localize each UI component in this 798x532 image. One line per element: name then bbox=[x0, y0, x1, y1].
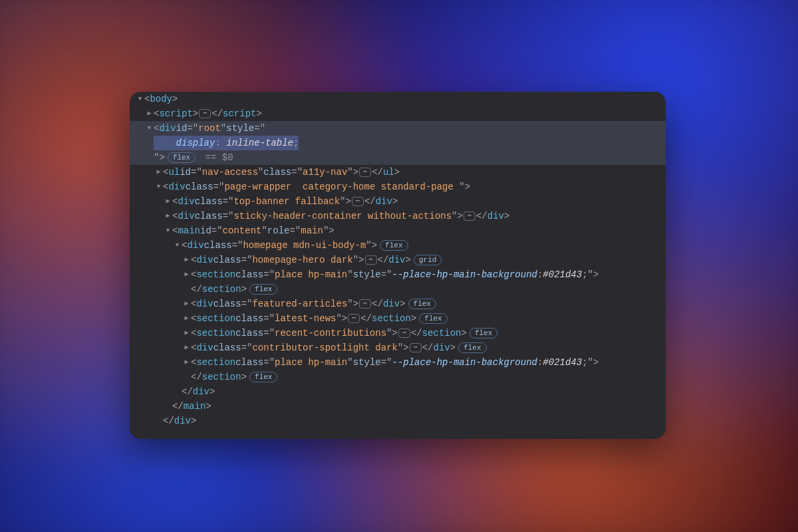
flex-badge[interactable]: flex bbox=[469, 328, 497, 338]
token-str: content bbox=[223, 223, 262, 238]
expand-icon[interactable]: ▶ bbox=[183, 326, 190, 340]
token-tag: main bbox=[184, 399, 206, 414]
dom-tree-row[interactable]: ▼<main id="content" role="main"> bbox=[130, 223, 666, 238]
token-pun: > bbox=[241, 370, 247, 384]
token-pun: : bbox=[537, 267, 543, 282]
dom-tree-row[interactable]: "> flex == $0 bbox=[130, 150, 666, 165]
token-tag: body bbox=[150, 92, 172, 106]
token-tag: div bbox=[383, 297, 400, 311]
token-tag: script bbox=[223, 106, 256, 121]
dom-tree-row[interactable]: ▼<div class="page-wrapper category-home … bbox=[130, 180, 666, 194]
token-val: inline-table bbox=[226, 138, 293, 148]
dom-tree-row[interactable]: ▶<div class="featured-articles">⋯</div> … bbox=[130, 297, 666, 311]
dom-tree-row[interactable]: ▶<section class="recent-contributions">⋯… bbox=[130, 326, 666, 340]
token-tag: section bbox=[196, 267, 235, 282]
expand-icon[interactable]: ▶ bbox=[183, 267, 190, 282]
expand-icon[interactable]: ▶ bbox=[183, 311, 190, 326]
dom-tree-row[interactable]: </section> flex bbox=[130, 370, 666, 384]
ellipsis-icon[interactable]: ⋯ bbox=[359, 168, 371, 177]
expand-icon[interactable]: ▶ bbox=[183, 340, 190, 355]
token-tag: div bbox=[196, 253, 213, 267]
dom-tree-row[interactable]: ▶<div class="sticky-header-container wit… bbox=[130, 209, 666, 223]
token-pun: </ bbox=[422, 340, 434, 355]
token-pun: "> bbox=[386, 326, 398, 340]
token-tag: section bbox=[422, 326, 462, 340]
expand-icon[interactable]: ▶ bbox=[183, 355, 190, 370]
token-key: --place-hp-main-background bbox=[392, 355, 537, 370]
dom-tree-row[interactable]: </main> bbox=[130, 399, 666, 414]
token-tag: div bbox=[196, 340, 213, 355]
devtools-elements-panel[interactable]: ▼<body>▶<script>⋯</script>▼<div id="root… bbox=[130, 92, 666, 439]
ellipsis-icon[interactable]: ⋯ bbox=[464, 211, 475, 221]
token-pun: =" bbox=[223, 209, 234, 223]
collapse-icon[interactable]: ▼ bbox=[164, 223, 172, 238]
token-pun: =" bbox=[289, 223, 301, 238]
ellipsis-icon[interactable]: ⋯ bbox=[365, 255, 377, 265]
dom-tree-row[interactable]: ▼<div id="root" style=" bbox=[130, 121, 666, 136]
ellipsis-icon[interactable]: ⋯ bbox=[398, 329, 410, 338]
expand-icon[interactable]: ▶ bbox=[183, 253, 190, 267]
selected-style-text[interactable]: display: inline-table; bbox=[154, 136, 299, 150]
ellipsis-icon[interactable]: ⋯ bbox=[410, 343, 422, 352]
dom-tree-row[interactable]: ▼<body> bbox=[130, 92, 666, 106]
token-tag: main bbox=[178, 223, 200, 238]
dom-tree-row[interactable]: </div> bbox=[130, 384, 666, 399]
expand-icon[interactable]: ▶ bbox=[164, 209, 172, 223]
token-pun: "> bbox=[340, 194, 351, 209]
dom-tree-row[interactable]: ▶<section class="place hp-main" style="-… bbox=[130, 355, 666, 370]
token-pun: < bbox=[191, 253, 196, 267]
expand-icon[interactable]: ▶ bbox=[155, 165, 162, 180]
token-pun: "> bbox=[588, 267, 599, 282]
ellipsis-icon[interactable]: ⋯ bbox=[199, 109, 211, 118]
expand-icon[interactable]: ▶ bbox=[164, 194, 172, 209]
token-pun: =" bbox=[263, 326, 275, 340]
ellipsis-icon[interactable]: ⋯ bbox=[348, 314, 360, 323]
dom-tree-row[interactable]: ▶<div class="homepage-hero dark">⋯</div>… bbox=[130, 253, 666, 267]
flex-badge[interactable]: flex bbox=[380, 240, 408, 251]
flex-badge[interactable]: flex bbox=[419, 313, 447, 324]
dom-tree-row[interactable]: ▶<section class="latest-news">⋯</section… bbox=[130, 311, 666, 326]
expand-icon[interactable]: ▶ bbox=[183, 297, 190, 311]
token-tag: div bbox=[487, 209, 504, 223]
flex-badge[interactable]: flex bbox=[458, 342, 486, 353]
collapse-icon[interactable]: ▼ bbox=[174, 238, 181, 253]
dom-tree-row[interactable]: ▶<ul id="nav-access" class="a11y-nav">⋯<… bbox=[130, 165, 666, 180]
token-tag: section bbox=[196, 355, 235, 370]
flex-badge[interactable]: flex bbox=[168, 152, 196, 163]
token-pun: < bbox=[172, 223, 178, 238]
collapse-icon[interactable]: ▼ bbox=[146, 121, 153, 136]
flex-badge[interactable]: flex bbox=[249, 284, 277, 295]
flex-badge[interactable]: flex bbox=[249, 372, 277, 382]
dom-tree-row[interactable]: </section> flex bbox=[130, 282, 666, 297]
token-pun: =" bbox=[381, 267, 392, 282]
token-pun: "> bbox=[366, 238, 377, 253]
dom-tree-row[interactable]: ▶<div class="contributor-spotlight dark"… bbox=[130, 340, 666, 355]
token-str: place hp-main bbox=[275, 267, 347, 282]
token-pun: </ bbox=[163, 414, 174, 428]
dom-tree[interactable]: ▼<body>▶<script>⋯</script>▼<div id="root… bbox=[130, 92, 666, 428]
token-pun: < bbox=[172, 209, 178, 223]
dom-tree-row[interactable]: ▶<section class="place hp-main" style="-… bbox=[130, 267, 666, 282]
collapse-icon[interactable]: ▼ bbox=[155, 180, 162, 194]
token-pun: "> bbox=[398, 340, 409, 355]
dom-tree-row[interactable]: ▶<div class="top-banner fallback">⋯</div… bbox=[130, 194, 666, 209]
expand-icon[interactable]: ▶ bbox=[146, 106, 153, 121]
dom-tree-row[interactable]: ▼<div class="homepage mdn-ui-body-m"> fl… bbox=[130, 238, 666, 253]
token-key: --place-hp-main-background bbox=[392, 267, 537, 282]
token-pun: < bbox=[154, 121, 159, 136]
dom-tree-row[interactable]: display: inline-table; bbox=[130, 136, 666, 150]
token-pun: > bbox=[209, 384, 215, 399]
grid-badge[interactable]: grid bbox=[414, 255, 442, 265]
dom-tree-row[interactable]: </div> bbox=[130, 414, 666, 428]
dom-tree-row[interactable]: ▶<script>⋯</script> bbox=[130, 106, 666, 121]
token-pun: " bbox=[221, 121, 226, 136]
token-pun: : bbox=[537, 355, 543, 370]
token-pun: "> bbox=[353, 253, 364, 267]
flex-badge[interactable]: flex bbox=[408, 299, 436, 309]
token-tag: ul bbox=[168, 165, 180, 180]
ellipsis-icon[interactable]: ⋯ bbox=[352, 197, 364, 206]
collapse-icon[interactable]: ▼ bbox=[136, 92, 144, 106]
token-str: main bbox=[301, 223, 323, 238]
ellipsis-icon[interactable]: ⋯ bbox=[359, 299, 371, 309]
token-pun: </ bbox=[360, 311, 372, 326]
